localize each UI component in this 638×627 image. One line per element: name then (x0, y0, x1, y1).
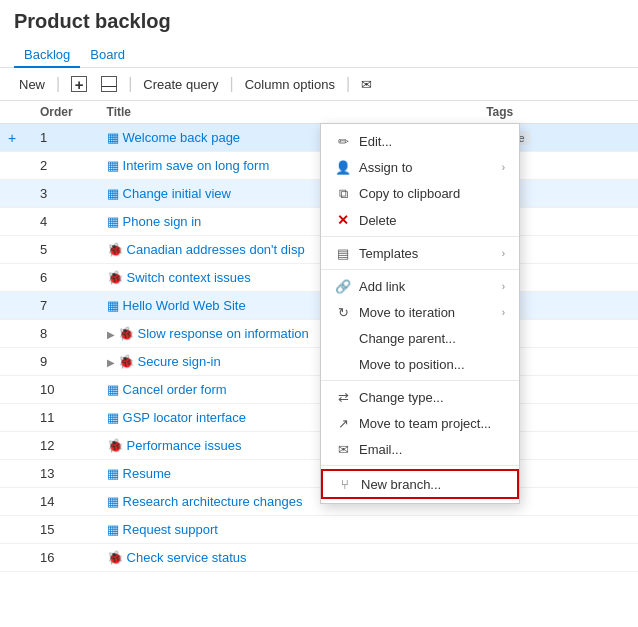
cm-item-content: ▤ Templates (335, 245, 418, 261)
cm-item-email---[interactable]: ✉ Email... (321, 436, 519, 462)
cm-sub-arrow: › (502, 162, 505, 173)
cm-item-label: New branch... (361, 477, 441, 492)
story-icon: ▦ (107, 466, 119, 481)
table-row: 5 🐞Canadian addresses don't disp (0, 236, 638, 264)
item-title-link[interactable]: Performance issues (127, 438, 242, 453)
cm-item-assign-to[interactable]: 👤 Assign to › (321, 154, 519, 180)
row-add (0, 236, 32, 264)
tab-backlog[interactable]: Backlog (14, 43, 80, 68)
cm-item-add-link[interactable]: 🔗 Add link › (321, 273, 519, 299)
item-title-link[interactable]: Change initial view (123, 186, 231, 201)
add-child-button[interactable]: + (66, 73, 92, 95)
cm-item-icon (335, 356, 351, 372)
item-title-link[interactable]: Request support (123, 522, 218, 537)
cm-item-delete[interactable]: ✕ Delete (321, 207, 519, 233)
cm-item-icon: ⑂ (337, 476, 353, 492)
row-add (0, 152, 32, 180)
cm-divider (321, 236, 519, 237)
new-label: New (19, 77, 45, 92)
create-query-button[interactable]: Create query (138, 74, 223, 95)
backlog-table: Order Title Tags + 1 ▦Welcome back page … (0, 101, 638, 572)
table-row: 14 ▦Research architecture changes (0, 488, 638, 516)
cm-item-templates[interactable]: ▤ Templates › (321, 240, 519, 266)
expand-icon[interactable]: ▶ (107, 329, 115, 340)
row-title: ▦Request support (99, 516, 439, 544)
email-button[interactable]: ✉ (356, 74, 377, 95)
cm-item-new-branch---[interactable]: ⑂ New branch... (321, 469, 519, 499)
story-icon: ▦ (107, 410, 119, 425)
col-add (0, 101, 32, 124)
row-order: 3 (32, 180, 99, 208)
new-button[interactable]: New (14, 74, 50, 95)
bug-icon: 🐞 (107, 270, 123, 285)
table-row: 3 ▦Change initial view (0, 180, 638, 208)
item-title-link[interactable]: Cancel order form (123, 382, 227, 397)
cm-item-icon: ⧉ (335, 185, 351, 202)
row-add: + (0, 124, 32, 152)
cm-item-icon: ✕ (335, 212, 351, 228)
row-order: 4 (32, 208, 99, 236)
table-row: 9 ▶🐞Secure sign-in (0, 348, 638, 376)
sep2: | (128, 75, 132, 93)
email-icon: ✉ (361, 77, 372, 92)
item-title-link[interactable]: Phone sign in (123, 214, 202, 229)
item-title-link[interactable]: Check service status (127, 550, 247, 565)
item-title-link[interactable]: Resume (123, 466, 171, 481)
cm-item-move-to-iteration[interactable]: ↻ Move to iteration › (321, 299, 519, 325)
column-options-button[interactable]: Column options (240, 74, 340, 95)
plus-box-icon: + (71, 76, 87, 92)
item-title-link[interactable]: Slow response on information (138, 326, 309, 341)
item-title-link[interactable]: Secure sign-in (138, 354, 221, 369)
row-add (0, 292, 32, 320)
table-header-row: Order Title Tags (0, 101, 638, 124)
row-order: 11 (32, 404, 99, 432)
item-title-link[interactable]: Hello World Web Site (123, 298, 246, 313)
create-query-label: Create query (143, 77, 218, 92)
cm-item-label: Move to iteration (359, 305, 455, 320)
context-menu: ✏ Edit... 👤 Assign to › ⧉ Copy to clipbo… (320, 123, 520, 504)
item-title-link[interactable]: Interim save on long form (123, 158, 270, 173)
cm-item-move-to-position---[interactable]: Move to position... (321, 351, 519, 377)
cm-item-icon: ✉ (335, 441, 351, 457)
cm-item-change-type---[interactable]: ⇄ Change type... (321, 384, 519, 410)
page-header: Product backlog (0, 0, 638, 43)
row-ellipsis-cell (438, 516, 478, 544)
cm-sub-arrow: › (502, 248, 505, 259)
cm-item-label: Add link (359, 279, 405, 294)
cm-item-edit---[interactable]: ✏ Edit... (321, 128, 519, 154)
tab-bar: Backlog Board (0, 43, 638, 68)
item-title-link[interactable]: GSP locator interface (123, 410, 246, 425)
add-row-icon[interactable]: + (8, 130, 16, 146)
bug-icon: 🐞 (118, 326, 134, 341)
story-icon: ▦ (107, 298, 119, 313)
cm-item-copy-to-clipboard[interactable]: ⧉ Copy to clipboard (321, 180, 519, 207)
tab-board[interactable]: Board (80, 43, 135, 68)
row-add (0, 320, 32, 348)
cm-item-content: ↗ Move to team project... (335, 415, 491, 431)
cm-item-icon: 👤 (335, 159, 351, 175)
cm-item-move-to-team-project---[interactable]: ↗ Move to team project... (321, 410, 519, 436)
cm-item-content: Move to position... (335, 356, 465, 372)
cm-item-label: Move to position... (359, 357, 465, 372)
cm-item-label: Email... (359, 442, 402, 457)
cm-item-icon (335, 330, 351, 346)
col-ellipsis-header (438, 101, 478, 124)
row-add (0, 348, 32, 376)
story-icon: ▦ (107, 522, 119, 537)
item-title-link[interactable]: Canadian addresses don't disp (127, 242, 305, 257)
table-row: 12 🐞Performance issues (0, 432, 638, 460)
expand-icon[interactable]: ▶ (107, 357, 115, 368)
item-title-link[interactable]: Welcome back page (123, 130, 241, 145)
row-order: 8 (32, 320, 99, 348)
row-order: 1 (32, 124, 99, 152)
collapse-button[interactable]: — (96, 73, 122, 95)
item-title-link[interactable]: Switch context issues (127, 270, 251, 285)
cm-item-content: ✕ Delete (335, 212, 397, 228)
cm-sub-arrow: › (502, 281, 505, 292)
row-order: 6 (32, 264, 99, 292)
cm-item-content: ⑂ New branch... (337, 476, 441, 492)
item-title-link[interactable]: Research architecture changes (123, 494, 303, 509)
row-order: 5 (32, 236, 99, 264)
cm-item-change-parent---[interactable]: Change parent... (321, 325, 519, 351)
row-order: 9 (32, 348, 99, 376)
